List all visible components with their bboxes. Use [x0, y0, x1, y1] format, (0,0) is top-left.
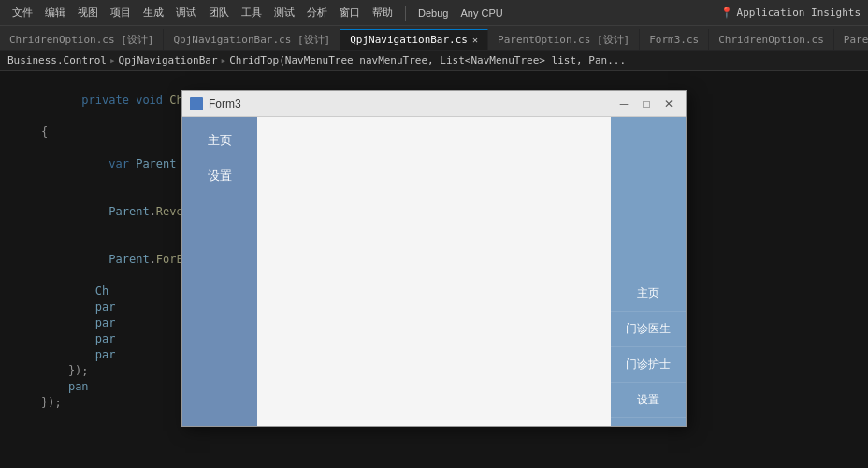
form3-body: 主页 设置 主页 门诊医生 门诊护士 设置 当 当 — [182, 117, 686, 426]
form3-center-content[interactable] — [257, 117, 611, 426]
toolbar-separator-1 — [405, 6, 406, 21]
menu-debug[interactable]: 调试 — [171, 4, 201, 22]
form3-maximize-button[interactable]: □ — [637, 96, 656, 111]
form3-window: Form3 ─ □ ✕ 主页 设置 主页 门诊医生 — [181, 90, 687, 427]
tab-chridren-cs[interactable]: ChridrenOption.cs — [709, 29, 834, 50]
form3-right-outpatient-nurse[interactable]: 门诊护士 — [611, 347, 686, 383]
form3-icon — [190, 97, 203, 110]
menu-help[interactable]: 帮助 — [368, 4, 398, 22]
form3-titlebar: Form3 ─ □ ✕ — [182, 91, 686, 117]
menu-edit[interactable]: 编辑 — [40, 4, 70, 22]
form3-right-panel: 主页 门诊医生 门诊护士 设置 当 当 — [611, 117, 686, 426]
menu-group: 文件 编辑 视图 项目 生成 调试 团队 工具 测试 分析 窗口 帮助 — [7, 4, 398, 22]
form3-sidebar: 主页 设置 — [182, 117, 257, 426]
menu-build[interactable]: 生成 — [138, 4, 168, 22]
breadcrumb-sep1: ▸ — [109, 54, 116, 66]
menu-file[interactable]: 文件 — [7, 4, 37, 22]
menu-view[interactable]: 视图 — [73, 4, 103, 22]
tab-label: QpjNavigationBar.cs — [350, 34, 468, 46]
tab-label: QpjNavigationBar.cs [设计] — [173, 33, 330, 47]
tab-label: Form3.cs — [649, 34, 699, 46]
toolbar-right: 📍 Application Insights — [720, 7, 861, 19]
tab-label: ParentOption.cs [设计] — [498, 33, 629, 47]
editor-area: private void ChridTop(NavMenuTree navMen… — [0, 71, 868, 468]
debug-controls: Debug Any CPU — [413, 6, 508, 21]
form3-close-button[interactable]: ✕ — [659, 96, 678, 111]
menu-team[interactable]: 团队 — [204, 4, 234, 22]
form3-right-settings[interactable]: 设置 — [611, 383, 686, 418]
tab-parent-cs[interactable]: ParentOption.cs — [834, 29, 868, 50]
breadcrumb-sep2: ▸ — [221, 54, 227, 66]
form3-controls: ─ □ ✕ — [615, 96, 678, 111]
toolbar: 文件 编辑 视图 项目 生成 调试 团队 工具 测试 分析 窗口 帮助 Debu… — [0, 0, 868, 26]
form3-title: Form3 — [209, 97, 609, 110]
form3-right-home[interactable]: 主页 — [611, 276, 686, 312]
form3-sidebar-settings[interactable]: 设置 — [182, 160, 257, 192]
tab-label: ChridrenOption.cs — [718, 34, 824, 46]
form3-right-outpatient-doctor[interactable]: 门诊医生 — [611, 312, 686, 347]
menu-analyze[interactable]: 分析 — [302, 4, 332, 22]
breadcrumb: Business.Control ▸ QpjNavigationBar ▸ Ch… — [0, 51, 868, 71]
debug-button[interactable]: Debug — [413, 6, 453, 21]
tab-label: ParentOption.cs — [844, 34, 868, 46]
tabs-bar: ChridrenOption.cs [设计] QpjNavigationBar.… — [0, 26, 868, 51]
breadcrumb-part2: QpjNavigationBar — [119, 54, 218, 66]
menu-window[interactable]: 窗口 — [335, 4, 365, 22]
tab-chridren-design[interactable]: ChridrenOption.cs [设计] — [0, 29, 164, 50]
tab-close-icon[interactable]: ✕ — [472, 35, 478, 45]
tab-qpj-design[interactable]: QpjNavigationBar.cs [设计] — [164, 29, 340, 50]
breadcrumb-part1: Business.Control — [7, 54, 107, 66]
form3-right-item5[interactable]: 当 — [611, 418, 686, 426]
form3-sidebar-home[interactable]: 主页 — [182, 124, 257, 156]
menu-project[interactable]: 项目 — [106, 4, 136, 22]
tab-form3[interactable]: Form3.cs — [640, 29, 709, 50]
tab-qpj-active[interactable]: QpjNavigationBar.cs ✕ — [340, 29, 488, 50]
app-insights-icon: 📍 — [720, 7, 733, 19]
tab-parent-design[interactable]: ParentOption.cs [设计] — [488, 29, 640, 50]
menu-tools[interactable]: 工具 — [237, 4, 267, 22]
menu-test[interactable]: 测试 — [269, 4, 299, 22]
form3-minimize-button[interactable]: ─ — [615, 96, 633, 111]
app-insights-label: 📍 Application Insights — [720, 7, 861, 19]
breadcrumb-part3: ChridTop(NavMenuTree navMenuTree, List<N… — [229, 54, 626, 66]
cpu-selector[interactable]: Any CPU — [456, 6, 507, 21]
modal-overlay: Form3 ─ □ ✕ 主页 设置 主页 门诊医生 — [0, 71, 868, 468]
tab-label: ChridrenOption.cs [设计] — [9, 33, 153, 47]
